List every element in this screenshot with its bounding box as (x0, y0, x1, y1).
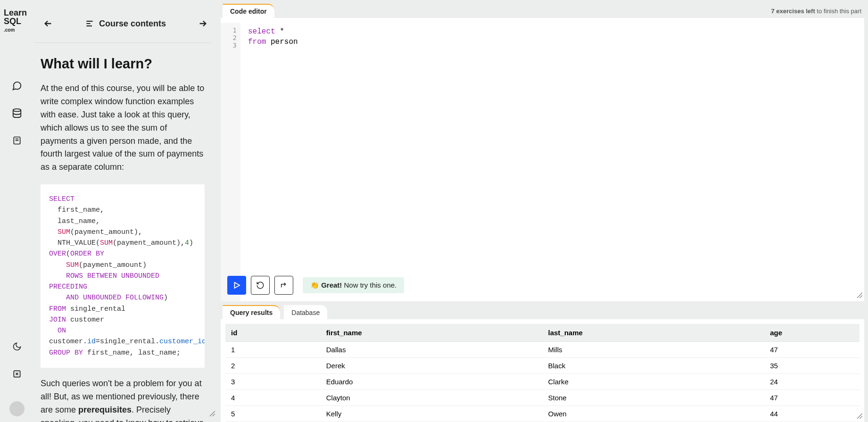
svg-line-9 (212, 414, 215, 416)
avatar[interactable] (9, 401, 25, 416)
table-row: 5KellyOwen44 (225, 406, 860, 422)
results-box: id first_name last_name age 1DallasMills… (221, 319, 864, 422)
undo-icon (256, 281, 265, 290)
table-row: 1DallasMills47 (225, 342, 860, 358)
lesson-header: Course contents (34, 9, 211, 43)
table-row: 3EduardoClarke24 (225, 374, 860, 390)
next-button[interactable] (194, 15, 211, 32)
logo: Learn SQL .com (4, 8, 30, 34)
results-tabs: Query results Database (221, 305, 864, 319)
editor-controls: 👏 Great! Now try this one. (227, 276, 404, 295)
svg-line-8 (210, 411, 215, 416)
editor-content[interactable]: select * from person (244, 23, 298, 301)
tab-query-results[interactable]: Query results (223, 305, 280, 319)
table-cell: Clayton (321, 390, 543, 406)
notes-icon[interactable] (8, 131, 26, 150)
lesson-title: What will I learn? (41, 56, 205, 72)
logo-suffix: .com (4, 27, 15, 33)
table-cell: Dallas (321, 342, 543, 358)
svg-line-14 (860, 416, 862, 419)
table-cell: 5 (225, 406, 321, 422)
prev-button[interactable] (40, 15, 57, 32)
table-cell: 47 (764, 342, 860, 358)
exercises-left: 7 exercises left to finish this part (771, 8, 861, 15)
table-cell: 1 (225, 342, 321, 358)
chat-icon[interactable] (8, 76, 26, 95)
list-icon (85, 19, 94, 28)
database-icon[interactable] (8, 104, 26, 123)
editor-gutter: 1 2 3 (221, 23, 240, 301)
table-cell: Stone (543, 390, 765, 406)
tab-database[interactable]: Database (284, 305, 327, 319)
table-row: 2DerekBlack35 (225, 358, 860, 374)
work-area: Code editor 7 exercises left to finish t… (217, 0, 868, 422)
resize-handle-icon[interactable] (856, 291, 862, 299)
resize-handle-icon[interactable] (208, 410, 215, 418)
svg-line-12 (860, 295, 862, 298)
svg-line-13 (857, 414, 862, 419)
code-sample: SELECT first_name, last_name, SUM(paymen… (41, 184, 205, 368)
table-cell: 35 (764, 358, 860, 374)
table-cell: Kelly (321, 406, 543, 422)
results-table: id first_name last_name age 1DallasMills… (225, 324, 860, 422)
table-cell: Eduardo (321, 374, 543, 390)
col-last-name: last_name (543, 324, 765, 342)
table-row: 4ClaytonStone47 (225, 390, 860, 406)
col-id: id (225, 324, 321, 342)
table-cell: 2 (225, 358, 321, 374)
table-cell: Mills (543, 342, 765, 358)
course-contents-label: Course contents (99, 19, 166, 29)
fullscreen-icon[interactable] (8, 364, 26, 383)
table-cell: Derek (321, 358, 543, 374)
svg-marker-10 (235, 282, 240, 288)
code-editor[interactable]: 1 2 3 select * from person 👏 Great! Now … (221, 18, 864, 301)
resize-handle-icon[interactable] (856, 412, 862, 420)
table-cell: Owen (543, 406, 765, 422)
table-cell: 47 (764, 390, 860, 406)
table-cell: 24 (764, 374, 860, 390)
table-cell: Black (543, 358, 765, 374)
svg-point-0 (13, 109, 21, 112)
dark-mode-icon[interactable] (8, 337, 26, 356)
course-contents-button[interactable]: Course contents (57, 19, 194, 29)
arrow-right-turn-icon (280, 281, 288, 290)
table-cell: 4 (225, 390, 321, 406)
table-cell: 3 (225, 374, 321, 390)
reset-button[interactable] (251, 276, 270, 295)
run-button[interactable] (227, 276, 246, 295)
icon-rail: Learn SQL .com (0, 0, 34, 422)
play-icon (232, 281, 241, 290)
lesson-panel: Course contents What will I learn? At th… (34, 0, 217, 422)
table-cell: Clarke (543, 374, 765, 390)
feedback-message: 👏 Great! Now try this one. (303, 277, 404, 293)
lesson-body: What will I learn? At the end of this co… (34, 56, 211, 422)
col-first-name: first_name (321, 324, 543, 342)
tab-code-editor[interactable]: Code editor (223, 4, 274, 18)
lesson-paragraph-2: Such queries won't be a problem for you … (41, 377, 205, 422)
svg-line-11 (857, 293, 862, 298)
table-cell: 44 (764, 406, 860, 422)
lesson-paragraph-1: At the end of this course, you will be a… (41, 82, 205, 174)
editor-top-row: Code editor 7 exercises left to finish t… (221, 4, 864, 18)
share-button[interactable] (274, 276, 293, 295)
col-age: age (764, 324, 860, 342)
